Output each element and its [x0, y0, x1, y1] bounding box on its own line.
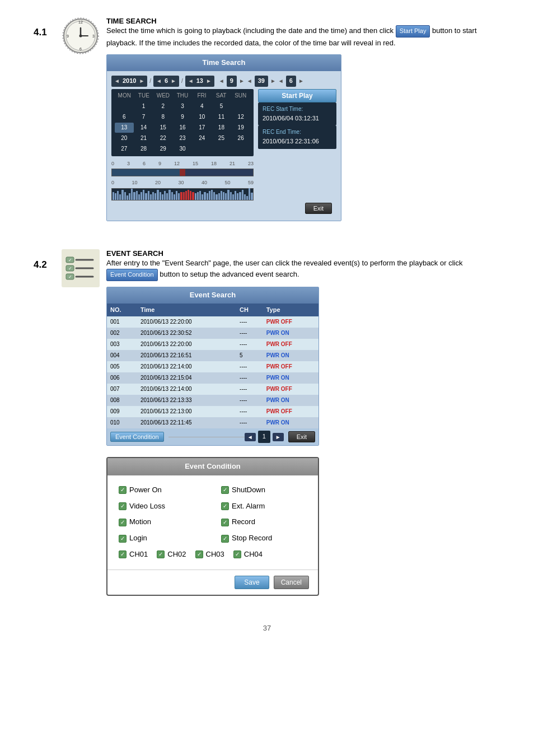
cal-cell[interactable]: 17: [193, 123, 212, 133]
cal-cell-selected[interactable]: 13: [115, 123, 134, 133]
table-row[interactable]: 008 2010/06/13 22:13:33 ---- PWR ON: [107, 395, 318, 406]
condition-item[interactable]: ✓Motion: [119, 516, 204, 528]
checkbox-ch04[interactable]: ✓: [233, 550, 241, 558]
year-nav[interactable]: ◄ 2010 ►: [111, 76, 147, 87]
condition-save-button[interactable]: Save: [235, 576, 269, 589]
table-row[interactable]: 003 2010/06/13 22:20:00 ---- PWR OFF: [107, 339, 318, 350]
cal-cell[interactable]: 4: [193, 101, 212, 111]
time-bar-filled: [112, 169, 180, 176]
checkbox-login[interactable]: ✓: [119, 535, 127, 543]
table-row[interactable]: 009 2010/06/13 22:13:00 ---- PWR OFF: [107, 406, 318, 417]
channel-item-ch01[interactable]: ✓CH01: [119, 549, 148, 561]
condition-item[interactable]: ✓Power On: [119, 484, 204, 496]
condition-item[interactable]: ✓ShutDown: [221, 484, 307, 496]
event-condition-button[interactable]: Event Condition: [110, 432, 164, 442]
cal-cell[interactable]: 6: [115, 112, 134, 122]
time-search-content: ◄ 2010 ► / ◄ 6 ► / ◄ 13: [107, 71, 341, 220]
cal-cell[interactable]: [212, 144, 231, 154]
checkbox-ch02[interactable]: ✓: [157, 550, 165, 558]
section-41-number: 4.1: [34, 17, 62, 38]
cal-cell[interactable]: 15: [153, 123, 172, 133]
checkbox-shutdown[interactable]: ✓: [221, 486, 229, 494]
cal-cell[interactable]: 3: [173, 101, 192, 111]
cal-cell[interactable]: 16: [173, 123, 192, 133]
second-nav[interactable]: 6: [286, 76, 296, 87]
prev-page-button[interactable]: ◄: [245, 433, 256, 441]
checkbox-motion[interactable]: ✓: [119, 519, 127, 526]
cal-cell[interactable]: 1: [134, 101, 153, 111]
minute-nav[interactable]: 39: [255, 76, 268, 87]
cal-cell[interactable]: 28: [134, 144, 153, 154]
condition-item[interactable]: ✓Ext. Alarm: [221, 501, 307, 512]
cal-cell[interactable]: 10: [193, 112, 212, 122]
time-bar[interactable]: [111, 169, 254, 176]
table-row[interactable]: 002 2010/06/13 22:30:52 ---- PWR ON: [107, 328, 318, 339]
cal-cell[interactable]: 24: [193, 133, 212, 143]
cal-cell[interactable]: [115, 101, 134, 111]
channel-item-ch02[interactable]: ✓CH02: [157, 549, 186, 561]
checkbox-video-loss[interactable]: ✓: [119, 502, 127, 510]
cal-cell[interactable]: 30: [173, 144, 192, 154]
cal-cell[interactable]: 11: [212, 112, 231, 122]
checkbox-stop-record[interactable]: ✓: [221, 535, 229, 543]
day-prev-arrow[interactable]: ◄: [187, 77, 195, 86]
channel-item-ch04[interactable]: ✓CH04: [233, 549, 263, 561]
cal-cell[interactable]: 23: [173, 133, 192, 143]
checkbox-record[interactable]: ✓: [221, 519, 229, 526]
checkbox-power-on[interactable]: ✓: [119, 486, 127, 494]
next-page-button[interactable]: ►: [273, 433, 284, 441]
year-prev-arrow[interactable]: ◄: [113, 77, 121, 86]
cal-cell[interactable]: 14: [134, 123, 153, 133]
cal-cell[interactable]: 9: [173, 112, 192, 122]
checkbox-ch01[interactable]: ✓: [119, 550, 127, 558]
month-next-arrow[interactable]: ►: [170, 77, 177, 86]
cal-cell[interactable]: 8: [153, 112, 172, 122]
table-row[interactable]: 007 2010/06/13 22:14:00 ---- PWR OFF: [107, 384, 318, 395]
cal-cell[interactable]: 12: [231, 112, 250, 122]
cal-cell[interactable]: 21: [134, 133, 153, 143]
event-condition-inline-btn[interactable]: Event Condition: [106, 269, 158, 281]
condition-item[interactable]: ✓Stop Record: [221, 533, 307, 544]
cal-cell[interactable]: 2: [153, 101, 172, 111]
cal-cell[interactable]: [193, 144, 212, 154]
cal-cell[interactable]: 25: [212, 133, 231, 143]
day-next-arrow[interactable]: ►: [205, 77, 213, 86]
cal-cell[interactable]: 20: [115, 133, 134, 143]
event-table-header-row: NO. Time CH Type: [107, 304, 318, 317]
checkbox-ext.-alarm[interactable]: ✓: [221, 502, 229, 510]
cal-cell[interactable]: 7: [134, 112, 153, 122]
table-row[interactable]: 005 2010/06/13 22:14:00 ---- PWR OFF: [107, 361, 318, 372]
hour-nav[interactable]: 9: [227, 76, 237, 87]
month-nav[interactable]: ◄ 6 ►: [153, 76, 179, 87]
cal-cell[interactable]: 27: [115, 144, 134, 154]
cal-cell[interactable]: 22: [153, 133, 172, 143]
month-prev-arrow[interactable]: ◄: [155, 77, 163, 86]
event-exit-button[interactable]: Exit: [288, 431, 315, 442]
condition-item[interactable]: ✓Record: [221, 516, 307, 528]
cal-cell[interactable]: 29: [153, 144, 172, 154]
event-table-wrapper: NO. Time CH Type 001 2010/06/13 22:20:00…: [107, 304, 318, 429]
cal-cell[interactable]: 19: [231, 123, 250, 133]
cal-cell[interactable]: 5: [212, 101, 231, 111]
table-row[interactable]: 010 2010/06/13 22:11:45 ---- PWR ON: [107, 417, 318, 428]
condition-cancel-button[interactable]: Cancel: [274, 576, 309, 589]
col-no: NO.: [107, 304, 137, 317]
time-search-exit-button[interactable]: Exit: [305, 203, 332, 214]
channel-item-ch03[interactable]: ✓CH03: [195, 549, 224, 561]
cal-cell[interactable]: 26: [231, 133, 250, 143]
cal-cell[interactable]: [231, 101, 250, 111]
minutes-bar[interactable]: [111, 188, 254, 200]
min-tick: [117, 191, 119, 200]
table-row[interactable]: 001 2010/06/13 22:20:00 ---- PWR OFF: [107, 316, 318, 328]
year-next-arrow[interactable]: ►: [138, 77, 146, 86]
condition-item[interactable]: ✓Login: [119, 533, 204, 544]
day-nav[interactable]: ◄ 13 ►: [185, 76, 214, 87]
start-play-button[interactable]: Start Play: [258, 89, 336, 102]
condition-item[interactable]: ✓Video Loss: [119, 501, 204, 512]
time-bar-red: [180, 169, 185, 176]
checkbox-ch03[interactable]: ✓: [195, 550, 203, 558]
start-play-inline-btn[interactable]: Start Play: [396, 25, 430, 38]
table-row[interactable]: 006 2010/06/13 22:15:04 ---- PWR ON: [107, 372, 318, 384]
cal-cell[interactable]: 18: [212, 123, 231, 133]
table-row[interactable]: 004 2010/06/13 22:16:51 5 PWR ON: [107, 350, 318, 361]
